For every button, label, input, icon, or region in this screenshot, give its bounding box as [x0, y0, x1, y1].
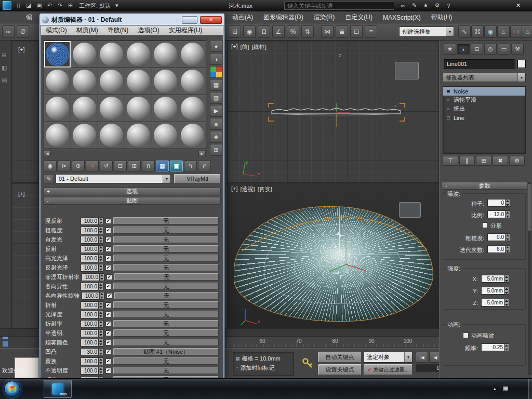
layer-manager-icon[interactable]: ⊟ — [350, 25, 363, 38]
scroll-left-icon[interactable]: ◀ — [44, 151, 51, 156]
map-slot-button[interactable]: 无 — [113, 357, 219, 365]
map-amount-spinner[interactable]: 100.0 — [82, 273, 104, 281]
map-enable-checkbox[interactable]: ✔ — [105, 237, 111, 243]
tab-utilities[interactable]: ⚒ — [511, 44, 524, 55]
menu-options[interactable]: 选项(O) — [133, 25, 164, 35]
options-icon[interactable]: ≡ — [210, 118, 222, 130]
remove-modifier-button[interactable]: ✖ — [493, 156, 508, 166]
project-icon[interactable]: ⊞ — [65, 1, 75, 10]
map-slot-button[interactable]: 无 — [113, 311, 219, 318]
tray-expand-icon[interactable]: ▴ — [494, 386, 496, 391]
lightbulb-icon[interactable]: ○ — [446, 107, 451, 111]
object-name-field[interactable]: Line001 — [444, 59, 515, 69]
max-logo-icon[interactable] — [3, 1, 11, 10]
minimize-button[interactable]: — — [182, 16, 197, 24]
map-enable-checkbox[interactable]: ✔ — [105, 330, 111, 336]
chevron-down-icon[interactable]: ▾ — [446, 27, 454, 36]
workspace-selector[interactable]: 工作区: 默认 — [79, 2, 111, 10]
app-close-button[interactable]: ✕ — [513, 1, 523, 10]
iterations-spinner[interactable]: 6.0 — [487, 245, 510, 253]
map-amount-spinner[interactable]: 100.0 — [81, 227, 103, 234]
select-link-icon[interactable]: ∞ — [2, 25, 15, 38]
viewport-shading-label[interactable]: [线框] — [252, 43, 267, 51]
material-sample-slot[interactable] — [98, 68, 125, 95]
material-sample-slot[interactable] — [71, 122, 98, 149]
snap-toggle-icon[interactable]: Ω — [258, 25, 270, 38]
scroll-right-icon[interactable]: ▶ — [198, 151, 206, 156]
map-slot-button[interactable]: 无 — [113, 245, 219, 252]
strength-x-spinner[interactable]: 5.0mm — [481, 275, 509, 283]
stack-item-noise[interactable]: ◼ Noise — [443, 87, 525, 96]
taskbar-app-3dsmax[interactable]: max — [44, 380, 72, 398]
viewport-name-perspective[interactable]: [透视] — [241, 185, 255, 193]
map-amount-spinner[interactable]: 100.0 — [81, 217, 103, 225]
favorites-icon[interactable]: ★ — [421, 1, 431, 10]
strength-z-spinner[interactable]: 5.0mm — [481, 299, 509, 307]
map-slot-button[interactable]: 无 — [113, 217, 219, 224]
material-name-combo[interactable]: 01 - Default ▾ — [56, 174, 171, 183]
show-map-in-viewport-icon[interactable]: ▦ — [156, 161, 169, 171]
material-sample-slot[interactable] — [152, 95, 179, 122]
map-slot-button[interactable]: 无 — [113, 283, 219, 290]
undo-icon[interactable]: ↶ — [45, 1, 55, 10]
sample-type-icon[interactable]: ● — [210, 40, 222, 52]
go-to-start-button[interactable]: |◀ — [416, 352, 428, 363]
map-enable-checkbox[interactable]: ✔ — [105, 368, 111, 374]
front-viewport[interactable]: [+] [前] [线框] z x x y — [227, 41, 439, 183]
show-end-result-button[interactable]: ∥ — [459, 156, 475, 166]
map-enable-checkbox[interactable]: ✔ — [105, 256, 111, 261]
named-selection-set-combo[interactable]: 创建选择集 ▾ — [399, 26, 454, 37]
map-amount-spinner[interactable]: 100.0 — [81, 255, 103, 262]
material-sample-slot[interactable] — [179, 95, 206, 122]
material-editor-titlebar[interactable]: 材质编辑器 - 01 - Default — ✕ — [41, 15, 223, 25]
communities-search-icon[interactable]: ∞ — [398, 1, 408, 10]
stack-item-turbosmooth[interactable]: ○ 涡轮平滑 — [443, 96, 525, 104]
map-enable-checkbox[interactable]: ✔ — [105, 284, 111, 289]
material-sample-slot[interactable] — [125, 122, 152, 149]
map-slot-button[interactable]: 无 — [114, 273, 219, 281]
set-key-button[interactable]: 设置关键点 — [318, 364, 362, 375]
map-amount-spinner[interactable]: 100.0 — [81, 236, 103, 244]
menu-help[interactable]: 帮助(H) — [426, 11, 458, 23]
save-icon[interactable]: ▣ — [34, 1, 44, 10]
selection-filter-combo[interactable]: 选定对象 ▾ — [364, 352, 413, 363]
material-sample-slot-active[interactable] — [44, 41, 71, 68]
map-enable-checkbox[interactable]: ✔ — [105, 340, 111, 345]
left-rail-icon[interactable]: ◧ — [2, 64, 7, 71]
material-sample-slot[interactable] — [98, 95, 125, 122]
material-sample-slot[interactable] — [44, 68, 71, 95]
chevron-down-icon[interactable]: ▾ — [163, 175, 170, 183]
menu-utilities[interactable]: 实用程序(U) — [164, 25, 207, 35]
map-amount-spinner[interactable]: 100.0 — [81, 283, 103, 290]
map-enable-checkbox[interactable]: ✔ — [107, 293, 112, 299]
map-slot-button[interactable]: 无 — [113, 264, 219, 271]
modifier-stack[interactable]: ◼ Noise ○ 涡轮平滑 ○ 挤出 ◻ Line — [443, 86, 526, 154]
select-circle-icon[interactable]: ◉ — [243, 25, 256, 38]
mirror-icon[interactable]: ⋈ — [321, 25, 334, 38]
help-icon[interactable]: ? — [444, 1, 454, 10]
map-enable-checkbox[interactable]: ✔ — [105, 265, 111, 271]
stack-item-line[interactable]: ◻ Line — [443, 113, 525, 122]
material-sample-slot[interactable] — [44, 95, 71, 122]
panel-scrollbar[interactable] — [528, 182, 531, 375]
map-enable-checkbox[interactable]: ✔ — [105, 302, 111, 308]
map-amount-spinner[interactable]: 100.0 — [81, 301, 103, 309]
map-slot-button[interactable]: 无 — [113, 255, 219, 262]
map-slot-button[interactable]: 无 — [113, 301, 219, 309]
map-amount-spinner[interactable]: 100.0 — [81, 311, 103, 318]
viewport-menu-plus[interactable]: [+] — [231, 185, 238, 193]
material-sample-slot[interactable] — [71, 41, 98, 68]
menu-navigation[interactable]: 导航(N) — [103, 25, 134, 35]
spinner-snap-icon[interactable]: ⇅ — [301, 25, 314, 38]
map-slot-button[interactable]: 无 — [113, 339, 219, 346]
map-enable-checkbox[interactable]: ✔ — [107, 274, 112, 280]
menu-customize[interactable]: 自定义(U) — [340, 11, 378, 23]
material-sample-slot[interactable] — [179, 122, 206, 149]
menu-material[interactable]: 材质(M) — [72, 25, 103, 35]
material-id-channel-icon[interactable]: ⊞ — [128, 161, 141, 171]
tab-modify[interactable]: ◗ — [457, 44, 470, 55]
time-ruler[interactable]: 60 70 80 90 100 — [227, 337, 439, 348]
render-setup-icon[interactable]: ♨ — [497, 25, 510, 38]
menu-animation[interactable]: 动画(A) — [227, 11, 258, 23]
scale-spinner[interactable]: 12.0 — [487, 210, 510, 218]
